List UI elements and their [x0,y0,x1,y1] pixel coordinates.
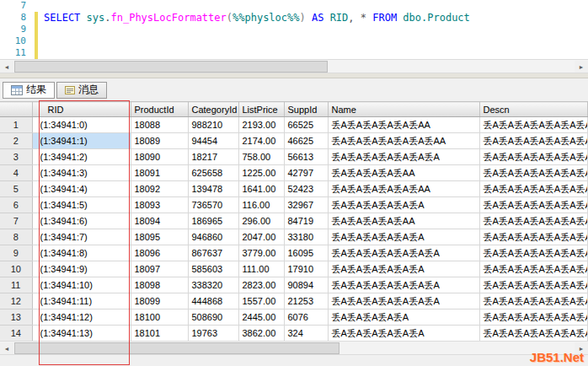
row-number-cell[interactable]: 14 [0,326,32,342]
productid-cell[interactable]: 18090 [131,149,188,165]
name-cell[interactable]: 丢A丢A丢A丢A丢A丢A丢A [328,245,479,261]
grid-row[interactable]: 12 (1:34941:11) 18099 444868 1557.00 212… [0,293,588,309]
name-cell[interactable]: 丢A丢A丢A丢A丢A丢A丢A [328,149,479,165]
listprice-cell[interactable]: 296.00 [238,213,284,229]
grid-row[interactable]: 14 (1:34941:13) 18101 19763 3862.00 324 … [0,326,588,342]
rid-cell[interactable]: (1:34941:1) [32,133,131,149]
descn-cell[interactable]: 丢A丢A丢A丢A丢A丢A丢A丢A丢A [479,293,588,309]
grid-row[interactable]: 11 (1:34941:10) 18098 338320 2823.00 908… [0,277,588,293]
listprice-cell[interactable]: 2193.00 [238,117,284,133]
categoryid-cell[interactable]: 988210 [188,117,238,133]
rid-cell[interactable]: (1:34941:13) [32,326,131,342]
productid-cell[interactable]: 18095 [131,229,188,245]
suppid-cell[interactable]: 84719 [284,213,328,229]
descn-cell[interactable]: 丢A丢A丢A丢A丢A丢A丢A丢A丢A [479,326,588,342]
suppid-cell[interactable]: 324 [284,326,328,342]
suppid-cell[interactable]: 17910 [284,261,328,277]
sql-editor[interactable]: 7 8 9 10 11 SELECT sys.fn_PhysLocFormatt… [0,0,588,59]
scroll-left-button[interactable]: ◄ [0,342,13,354]
editor-scrollbar-thumb[interactable] [14,61,328,73]
rid-cell[interactable]: (1:34941:11) [32,293,131,309]
categoryid-cell[interactable]: 338320 [188,277,238,293]
grid-row[interactable]: 2 (1:34941:1) 18089 94454 2174.00 46625 … [0,133,588,149]
suppid-cell[interactable]: 46625 [284,133,328,149]
descn-cell[interactable]: 丢A丢A丢A丢A丢A丢A丢A丢A丢A [479,149,588,165]
listprice-cell[interactable]: 1641.00 [238,181,284,197]
name-cell[interactable]: 丢A丢A丢A丢A丢A丢A [328,261,479,277]
productid-cell[interactable]: 18093 [131,197,188,213]
rid-cell[interactable]: (1:34941:3) [32,165,131,181]
productid-cell[interactable]: 18094 [131,213,188,229]
listprice-cell[interactable]: 3779.00 [238,245,284,261]
grid-row[interactable]: 7 (1:34941:6) 18094 186965 296.00 84719 … [0,213,588,229]
listprice-cell[interactable]: 1225.00 [238,165,284,181]
rid-cell[interactable]: (1:34941:0) [32,117,131,133]
listprice-cell[interactable]: 116.00 [238,197,284,213]
sql-code-line[interactable]: SELECT sys.fn_PhysLocFormatter(%%physloc… [44,12,470,24]
productid-cell[interactable]: 18088 [131,117,188,133]
categoryid-cell[interactable]: 18217 [188,149,238,165]
productid-cell[interactable]: 18091 [131,165,188,181]
grid-row[interactable]: 4 (1:34941:3) 18091 625658 1225.00 42797… [0,165,588,181]
grid-row[interactable]: 9 (1:34941:8) 18096 867637 3779.00 16095… [0,245,588,261]
productid-cell[interactable]: 18089 [131,133,188,149]
suppid-cell[interactable]: 66525 [284,117,328,133]
rid-cell[interactable]: (1:34941:4) [32,181,131,197]
row-number-cell[interactable]: 5 [0,181,32,197]
grid-row[interactable]: 8 (1:34941:7) 18095 946860 2047.00 33180… [0,229,588,245]
column-header-productid[interactable]: ProductId [131,102,188,117]
listprice-cell[interactable]: 2445.00 [238,309,284,326]
grid-row[interactable]: 6 (1:34941:5) 18093 736570 116.00 32967 … [0,197,588,213]
rid-cell[interactable]: (1:34941:9) [32,261,131,277]
editor-horizontal-scrollbar[interactable]: ◄ ► [0,59,588,73]
tab-messages[interactable]: 消息 [56,82,107,99]
descn-cell[interactable]: 丢A丢A丢A丢A丢A丢A丢A丢A丢A [479,261,588,277]
suppid-cell[interactable]: 16095 [284,245,328,261]
grid-corner-cell[interactable] [0,102,32,117]
row-number-cell[interactable]: 2 [0,133,32,149]
name-cell[interactable]: 丢A丢A丢A丢A丢A丢A丢A [328,293,479,309]
productid-cell[interactable]: 18096 [131,245,188,261]
row-number-cell[interactable]: 7 [0,213,32,229]
categoryid-cell[interactable]: 19763 [188,326,238,342]
suppid-cell[interactable]: 33180 [284,229,328,245]
categoryid-cell[interactable]: 625658 [188,165,238,181]
descn-cell[interactable]: 丢A丢A丢A丢A丢A丢A丢A丢A丢A [479,213,588,229]
descn-cell[interactable]: 丢A丢A丢A丢A丢A丢A丢A丢A丢A [479,181,588,197]
categoryid-cell[interactable]: 736570 [188,197,238,213]
suppid-cell[interactable]: 90894 [284,277,328,293]
productid-cell[interactable]: 18099 [131,293,188,309]
suppid-cell[interactable]: 6076 [284,309,328,326]
name-cell[interactable]: 丢A丢A丢A丢A丢A丢AA [328,117,479,133]
descn-cell[interactable]: 丢A丢A丢A丢A丢A丢A丢A丢A丢A [479,117,588,133]
rid-cell[interactable]: (1:34941:8) [32,245,131,261]
scroll-right-button[interactable]: ► [575,61,588,73]
grid-row[interactable]: 1 (1:34941:0) 18088 988210 2193.00 66525… [0,117,588,133]
column-header-suppid[interactable]: SuppId [284,102,328,117]
descn-cell[interactable]: 丢A丢A丢A丢A丢A丢A丢A丢A丢A [479,197,588,213]
rid-cell[interactable]: (1:34941:7) [32,229,131,245]
rid-cell[interactable]: (1:34941:5) [32,197,131,213]
row-number-cell[interactable]: 13 [0,309,32,326]
rid-cell[interactable]: (1:34941:6) [32,213,131,229]
categoryid-cell[interactable]: 867637 [188,245,238,261]
categoryid-cell[interactable]: 946860 [188,229,238,245]
row-number-cell[interactable]: 10 [0,261,32,277]
suppid-cell[interactable]: 32967 [284,197,328,213]
categoryid-cell[interactable]: 94454 [188,133,238,149]
column-header-listprice[interactable]: ListPrice [238,102,284,117]
listprice-cell[interactable]: 2047.00 [238,229,284,245]
grid-row[interactable]: 10 (1:34941:9) 18097 585603 111.00 17910… [0,261,588,277]
suppid-cell[interactable]: 52423 [284,181,328,197]
row-number-cell[interactable]: 11 [0,277,32,293]
name-cell[interactable]: 丢A丢A丢A丢A丢A [328,309,479,326]
categoryid-cell[interactable]: 585603 [188,261,238,277]
name-cell[interactable]: 丢A丢A丢A丢A丢A丢A丢A [328,277,479,293]
categoryid-cell[interactable]: 508690 [188,309,238,326]
categoryid-cell[interactable]: 186965 [188,213,238,229]
grid-row[interactable]: 13 (1:34941:12) 18100 508690 2445.00 607… [0,309,588,326]
productid-cell[interactable]: 18098 [131,277,188,293]
name-cell[interactable]: 丢A丢A丢A丢A丢A丢A [328,229,479,245]
name-cell[interactable]: 丢A丢A丢A丢A丢A丢A [328,326,479,342]
name-cell[interactable]: 丢A丢A丢A丢A丢A丢A丢AA [328,133,479,149]
